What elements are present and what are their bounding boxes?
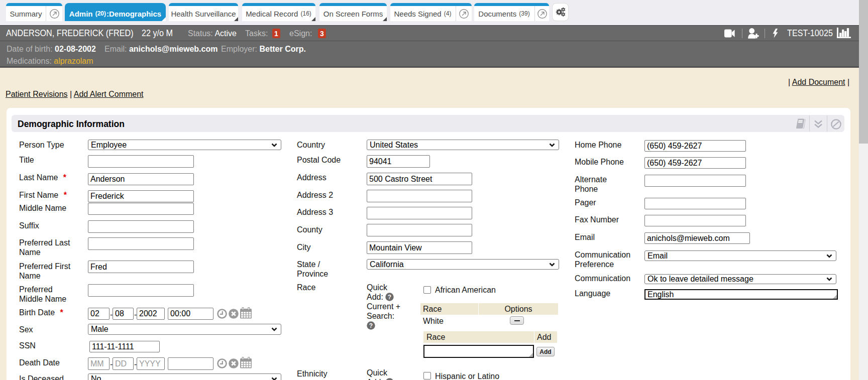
svg-text:?: ? [369,322,373,329]
svg-text:?: ? [388,294,391,301]
